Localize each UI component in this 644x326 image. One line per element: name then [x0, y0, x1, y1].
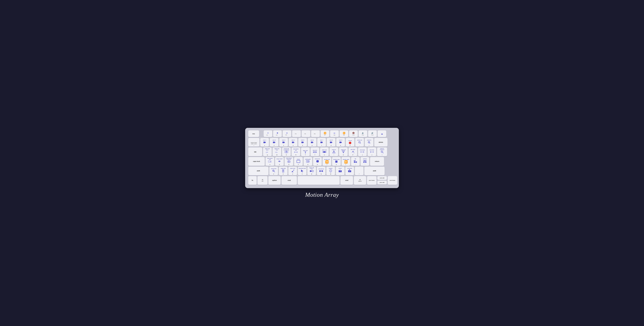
camera-icon [282, 141, 285, 145]
key-0[interactable]: record 0 [346, 138, 354, 147]
key-cmd-right[interactable]: cmd [340, 176, 353, 185]
key-f[interactable]: frame F [294, 157, 303, 166]
key-l[interactable]: shuttle right ⏩ L [342, 157, 350, 166]
key-u[interactable]: slide tool U [320, 147, 329, 156]
svg-marker-14 [297, 152, 298, 153]
key-h[interactable]: hand tool H [313, 157, 322, 166]
key-k[interactable]: shuttle stop K [332, 157, 341, 166]
key-alt-ctrl[interactable]: altctrl [258, 176, 268, 185]
frame-icon [296, 160, 300, 163]
key-e[interactable]: extend editto playhead E [282, 147, 291, 156]
key-comma[interactable]: insert , [336, 167, 344, 175]
key-fn[interactable]: fn [248, 176, 256, 185]
key-f10[interactable]: 🔇 F10 [349, 130, 358, 137]
trackselect-icon [268, 160, 272, 163]
key-backslash[interactable]: zoom tosequence \ [377, 147, 387, 156]
key-bracket-r[interactable]: trim fwd ] [368, 147, 376, 156]
key-o[interactable]: mark out O [339, 147, 348, 156]
key-f12[interactable]: 🔊 F12 [368, 130, 377, 137]
key-tilde[interactable]: restore frameunder cursor ~ [248, 138, 260, 147]
svg-marker-39 [270, 161, 271, 162]
key-5[interactable]: cam 5 5 [298, 138, 307, 147]
key-j[interactable]: shuttle left ⏪ J [322, 157, 331, 166]
key-capslock[interactable]: caps lock [248, 157, 265, 166]
key-n[interactable]: roll edit tool N [317, 167, 326, 175]
key-f8[interactable]: ⏯ F8 [330, 130, 339, 137]
key-t[interactable]: type tool T T [301, 147, 310, 156]
key-f9[interactable]: ⏩ F9 [340, 130, 348, 137]
key-w[interactable]: ripple trimnext ✂▷ W [272, 147, 281, 156]
key-shift-left[interactable]: shift [248, 167, 268, 175]
key-8[interactable]: cam 8 8 [327, 138, 336, 147]
key-p[interactable]: pen tool P [348, 147, 357, 156]
key-semicolon[interactable]: lift ; [351, 157, 360, 166]
key-3[interactable]: cam 3 3 [279, 138, 288, 147]
key-y[interactable]: slip tool Y [310, 147, 319, 156]
key-r[interactable]: rate stretchtool R [292, 147, 300, 156]
key-a[interactable]: track selecttool A [266, 157, 274, 166]
key-option[interactable]: option [268, 176, 281, 185]
key-space[interactable] [298, 176, 340, 185]
svg-marker-29 [360, 152, 361, 153]
key-f5[interactable]: F5 [302, 130, 310, 137]
key-f11[interactable]: 🔉 F11 [358, 130, 367, 137]
key-f1[interactable]: ☀ F1 [264, 130, 272, 137]
key-next-edit[interactable]: next edit [377, 176, 387, 180]
svg-marker-67 [312, 171, 312, 171]
key-g[interactable]: audio gain G [304, 157, 312, 166]
key-minus[interactable]: zoom out - [355, 138, 364, 147]
key-cmd-left[interactable]: cmd [282, 176, 297, 185]
key-return[interactable]: return [370, 157, 384, 166]
svg-rect-43 [297, 160, 300, 163]
key-4[interactable]: cam 4 4 [289, 138, 298, 147]
key-plus[interactable]: zoom in + [365, 138, 374, 147]
key-alt-option-right[interactable]: altoption [354, 176, 366, 185]
camera-icon [301, 141, 304, 145]
key-next-frame[interactable]: next frame [388, 176, 397, 185]
key-delete[interactable]: delete [374, 138, 388, 147]
key-7[interactable]: cam 7 7 [317, 138, 326, 147]
key-esc[interactable]: esc [248, 130, 259, 137]
key-f2[interactable]: ✺ F2 [273, 130, 282, 137]
key-1[interactable]: cam 1 1 [260, 138, 269, 147]
key-v[interactable]: selection tool V [298, 167, 306, 175]
key-9[interactable]: cam 9 9 [336, 138, 345, 147]
key-z[interactable]: zoom tool Z [269, 167, 278, 175]
key-f7[interactable]: ⏪ F7 [320, 130, 329, 137]
key-eject[interactable]: ⏏ [378, 130, 386, 137]
key-f6[interactable]: F6 [311, 130, 320, 137]
windows-icon: ⊞ [286, 132, 288, 134]
zoomseq-icon [380, 150, 384, 154]
key-period[interactable]: overwrite . [345, 167, 354, 175]
qwerty-row: tab ripple trimprev ◁✂ Q ripple trimnext… [248, 147, 396, 156]
shuttlestop-icon [335, 160, 338, 163]
key-i[interactable]: mark in I [330, 147, 338, 156]
volup-icon: 🔊 [371, 132, 374, 134]
key-b[interactable]: ripple edittool B [307, 167, 316, 175]
key-2[interactable]: cam 2 2 [270, 138, 278, 147]
key-bracket-l[interactable]: trim back [ [358, 147, 367, 156]
key-d[interactable]: select clip atplayhead D [284, 157, 293, 166]
key-prev-frame[interactable]: prev frame [367, 176, 376, 185]
key-s[interactable]: snap on/off S [275, 157, 284, 166]
key-x[interactable]: mark clip X [279, 167, 288, 175]
key-slash[interactable]: / [355, 167, 364, 175]
brightness-icon: ☀ [267, 132, 269, 134]
svg-rect-51 [363, 162, 364, 163]
key-shift-right[interactable]: shift [364, 167, 384, 175]
shuttleright-icon: ⏩ [344, 160, 348, 163]
key-m[interactable]: marker M [326, 167, 335, 175]
key-q[interactable]: ripple trimprev ◁✂ Q [263, 147, 272, 156]
key-prev-edit[interactable]: prev edit [377, 180, 387, 184]
key-f4[interactable]: F4 [292, 130, 301, 137]
key-6[interactable]: cam 6 6 [308, 138, 316, 147]
key-f3[interactable]: ⊞ F3 [282, 130, 291, 137]
camera-icon [292, 141, 294, 145]
key-quote[interactable]: extract ' [360, 157, 369, 166]
svg-rect-49 [354, 160, 355, 161]
selectclip-icon [287, 160, 291, 163]
svg-marker-54 [363, 160, 364, 161]
camera-icon [310, 141, 314, 145]
key-c[interactable]: razor tool C [288, 167, 297, 175]
key-tab[interactable]: tab [248, 147, 262, 156]
